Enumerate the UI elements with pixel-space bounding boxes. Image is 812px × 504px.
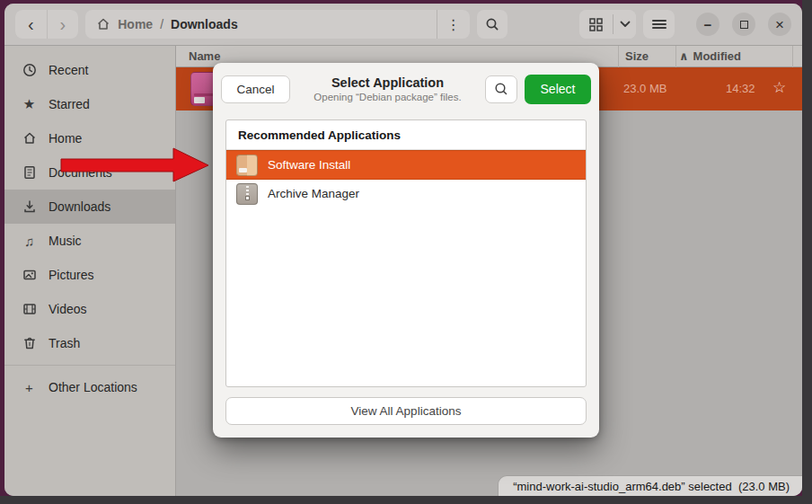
headerbar: ‹ › Home / Downloads ⋮ xyxy=(4,4,802,46)
sidebar-item-videos[interactable]: Videos xyxy=(4,292,175,326)
chevron-down-icon xyxy=(620,21,631,28)
desktop-backdrop: ‹ › Home / Downloads ⋮ xyxy=(0,0,812,504)
sidebar-item-starred[interactable]: ★ Starred xyxy=(4,87,175,121)
dialog-header: Cancel Select Application Opening “Debia… xyxy=(213,63,599,115)
breadcrumb-current[interactable]: Downloads xyxy=(171,17,238,31)
sidebar-item-home[interactable]: Home xyxy=(4,121,175,155)
sidebar-item-label: Downloads xyxy=(49,199,110,214)
column-divider xyxy=(675,46,676,67)
kebab-menu-icon: ⋮ xyxy=(446,16,461,33)
chevron-right-icon: › xyxy=(60,14,66,35)
sidebar-item-label: Other Locations xyxy=(49,380,137,394)
archive-manager-icon xyxy=(236,183,258,205)
dialog-title: Select Application xyxy=(297,75,478,91)
search-icon xyxy=(485,17,499,31)
sort-ascending-icon: ∧ xyxy=(679,49,689,63)
backdrop-right-strip xyxy=(802,0,812,504)
sidebar-item-other-locations[interactable]: + Other Locations xyxy=(4,370,175,404)
sidebar: Recent ★ Starred Home Documents xyxy=(4,46,176,496)
sidebar-item-label: Music xyxy=(49,234,82,248)
column-header-name[interactable]: Name xyxy=(189,49,220,63)
path-menu-button[interactable]: ⋮ xyxy=(437,10,470,39)
selection-status-bar: “mind-work-ai-studio_arm64.deb” selected… xyxy=(498,475,802,496)
select-application-dialog: Cancel Select Application Opening “Debia… xyxy=(213,63,599,438)
close-icon: × xyxy=(775,17,784,32)
search-button[interactable] xyxy=(477,10,508,39)
sidebar-item-label: Recent xyxy=(49,63,88,77)
recent-clock-icon xyxy=(22,63,37,77)
app-row-software-install[interactable]: Software Install xyxy=(226,150,586,180)
grid-view-button[interactable] xyxy=(579,10,613,39)
dialog-title-block: Select Application Opening “Debian packa… xyxy=(297,75,478,104)
select-button[interactable]: Select xyxy=(525,75,591,104)
forward-button[interactable]: › xyxy=(48,10,79,39)
view-all-applications-button[interactable]: View All Applications xyxy=(225,397,587,425)
plus-icon: + xyxy=(22,380,37,395)
breadcrumb[interactable]: Home / Downloads ⋮ xyxy=(85,10,470,39)
download-icon xyxy=(22,199,37,214)
hamburger-menu-icon xyxy=(652,20,666,29)
close-button[interactable]: × xyxy=(768,13,791,36)
home-icon xyxy=(96,17,110,31)
sidebar-item-label: Starred xyxy=(49,97,90,111)
app-name: Archive Manager xyxy=(268,187,359,200)
app-name: Software Install xyxy=(268,158,350,172)
search-icon xyxy=(494,82,508,96)
breadcrumb-separator: / xyxy=(160,17,163,31)
sidebar-item-label: Home xyxy=(49,131,82,146)
view-options-group xyxy=(579,10,636,39)
sidebar-item-trash[interactable]: Trash xyxy=(4,326,175,360)
sidebar-separator xyxy=(4,365,175,366)
sidebar-item-label: Documents xyxy=(49,165,112,180)
dialog-subtitle: Opening “Debian package” files. xyxy=(297,91,478,103)
minimize-button[interactable]: − xyxy=(696,13,719,36)
column-header-size[interactable]: Size xyxy=(625,49,649,63)
music-note-icon: ♫ xyxy=(22,234,37,249)
recommended-section-header: Recommended Applications xyxy=(226,120,586,150)
back-button[interactable]: ‹ xyxy=(15,10,47,39)
sidebar-item-label: Pictures xyxy=(49,268,94,282)
minimize-icon: − xyxy=(704,18,712,31)
picture-icon xyxy=(22,268,37,282)
trash-icon xyxy=(22,336,37,350)
backdrop-bottom-strip xyxy=(0,496,812,504)
document-icon xyxy=(22,165,37,180)
maximize-icon xyxy=(740,21,748,29)
column-header-modified[interactable]: ∧ Modified xyxy=(679,49,741,63)
sidebar-item-label: Trash xyxy=(49,336,80,350)
grid-view-icon xyxy=(589,18,603,31)
application-list: Recommended Applications Software Instal… xyxy=(225,119,587,387)
view-options-dropdown[interactable] xyxy=(613,10,636,39)
sidebar-item-documents[interactable]: Documents xyxy=(4,155,175,190)
chevron-left-icon: ‹ xyxy=(28,14,34,35)
film-icon xyxy=(22,302,37,316)
sidebar-item-pictures[interactable]: Pictures xyxy=(4,258,175,292)
star-outline-icon[interactable]: ☆ xyxy=(772,78,786,97)
history-nav-group: ‹ › xyxy=(15,10,78,39)
breadcrumb-home[interactable]: Home xyxy=(118,17,153,31)
sidebar-item-recent[interactable]: Recent xyxy=(4,53,175,87)
maximize-button[interactable] xyxy=(732,13,755,36)
column-divider xyxy=(792,46,793,67)
file-modified: 14:32 xyxy=(726,82,755,95)
dialog-search-button[interactable] xyxy=(485,75,517,103)
star-icon: ★ xyxy=(22,96,37,112)
window-controls: − × xyxy=(696,13,791,36)
sidebar-item-label: Videos xyxy=(49,302,87,316)
column-divider xyxy=(618,46,619,67)
sidebar-item-music[interactable]: ♫ Music xyxy=(4,224,175,258)
app-row-archive-manager[interactable]: Archive Manager xyxy=(226,180,586,208)
home-icon xyxy=(22,131,37,146)
software-install-icon xyxy=(236,155,258,176)
main-menu-button[interactable] xyxy=(643,10,675,39)
file-size: 23.0 MB xyxy=(623,82,666,95)
sidebar-item-downloads[interactable]: Downloads xyxy=(4,190,175,224)
selection-status-text: “mind-work-ai-studio_arm64.deb” selected… xyxy=(513,480,790,493)
cancel-button[interactable]: Cancel xyxy=(221,75,290,103)
